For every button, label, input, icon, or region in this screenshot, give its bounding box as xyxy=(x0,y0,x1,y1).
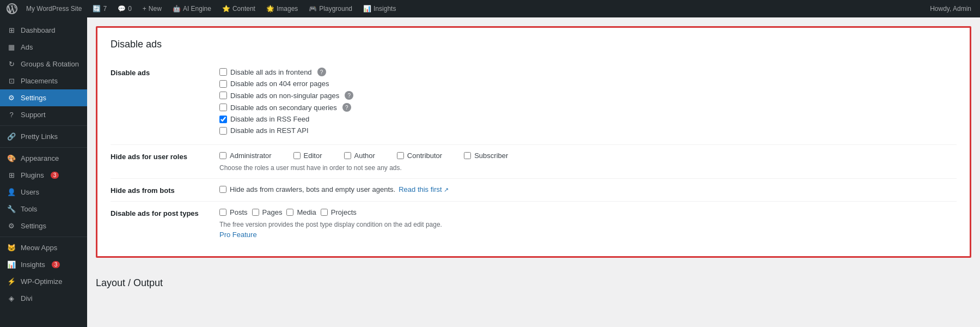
checkbox-posts[interactable] xyxy=(219,209,226,216)
comments-icon: 💬 xyxy=(118,5,126,13)
support-icon: ? xyxy=(7,111,16,119)
read-first-link[interactable]: Read this first ↗ xyxy=(399,185,449,193)
images-item[interactable]: 🌟 Images xyxy=(262,0,302,17)
sidebar-item-groups-rotation[interactable]: ↻ Groups & Rotation xyxy=(0,56,87,72)
updates-item[interactable]: 🔄 7 xyxy=(88,0,111,17)
sidebar-label-groups: Groups & Rotation xyxy=(21,60,79,68)
admin-bar: My WordPress Site 🔄 7 💬 0 + New 🤖 AI Eng… xyxy=(0,0,980,17)
pro-feature-link[interactable]: Pro Feature xyxy=(219,231,957,239)
sidebar-label-placements: Placements xyxy=(21,77,58,85)
checkbox-404[interactable] xyxy=(219,80,227,88)
disable-ads-section: Disable ads Disable ads Disable all ads … xyxy=(96,26,971,258)
user-roles-grid: Administrator Editor Author Contrib xyxy=(219,152,957,160)
hide-user-roles-row: Hide ads for user roles Administrator Ed… xyxy=(111,145,957,179)
sidebar-item-ads[interactable]: ▦ Ads xyxy=(0,39,87,56)
sidebar-item-divi[interactable]: ◈ Divi xyxy=(0,290,87,307)
sidebar-item-placements[interactable]: ⊡ Placements xyxy=(0,72,87,89)
checkbox-contributor[interactable] xyxy=(397,152,404,159)
checkbox-administrator[interactable] xyxy=(219,152,226,159)
updates-icon: 🔄 xyxy=(93,5,101,13)
playground-item[interactable]: 🎮 Playground xyxy=(304,0,357,17)
checkbox-label-nonsingular: Disable ads on non-singular pages xyxy=(230,92,339,100)
images-label: Images xyxy=(277,5,298,13)
sidebar-item-plugins[interactable]: ⊞ Plugins 3 xyxy=(0,167,87,184)
read-first-label: Read this first xyxy=(399,185,442,193)
sidebar-item-pretty-links[interactable]: 🔗 Pretty Links xyxy=(0,128,87,145)
post-type-item-pages: Pages xyxy=(252,208,283,216)
sidebar-item-users[interactable]: 👤 Users xyxy=(0,184,87,201)
sidebar-label-plugins: Plugins xyxy=(21,171,44,179)
sidebar-label-insights: Insights xyxy=(21,261,45,269)
ai-engine-label: AI Engine xyxy=(183,5,211,13)
tools-icon: 🔧 xyxy=(7,205,16,213)
hide-bots-label: Hide ads from bots xyxy=(111,185,219,195)
role-label-administrator: Administrator xyxy=(230,152,272,160)
playground-label: Playground xyxy=(319,5,352,13)
pro-feature-label: Pro Feature xyxy=(219,231,257,239)
help-icon-nonsingular[interactable]: ? xyxy=(345,91,353,100)
checkbox-frontend[interactable] xyxy=(219,68,227,76)
help-icon-secondary[interactable]: ? xyxy=(342,103,351,112)
sidebar-label-settings: Settings xyxy=(21,94,46,102)
checkbox-author[interactable] xyxy=(344,152,351,159)
post-types-grid: Posts Pages Media Projects xyxy=(219,208,957,216)
checkbox-subscriber[interactable] xyxy=(464,152,471,159)
sidebar-item-support[interactable]: ? Support xyxy=(0,106,87,123)
sidebar-label-wp-optimize: WP-Optimize xyxy=(21,277,63,286)
menu-separator-1 xyxy=(0,125,87,126)
content-item[interactable]: ⭐ Content xyxy=(218,0,260,17)
sidebar-label-ads: Ads xyxy=(21,43,33,51)
insights-item[interactable]: 📊 Insights xyxy=(359,0,400,17)
checkbox-rest[interactable] xyxy=(219,127,227,135)
checkbox-projects[interactable] xyxy=(321,209,328,216)
checkbox-pages[interactable] xyxy=(252,209,259,216)
checkbox-item-secondary: Disable ads on secondary queries ? xyxy=(219,103,957,112)
post-type-label-media: Media xyxy=(297,208,316,216)
role-label-contributor: Contributor xyxy=(407,152,442,160)
bots-label: Hide ads from crawlers, bots and empty u… xyxy=(230,185,395,193)
post-type-item-posts: Posts xyxy=(219,208,248,216)
roles-description: Choose the roles a user must have in ord… xyxy=(219,164,957,172)
help-icon-frontend[interactable]: ? xyxy=(317,68,326,76)
users-icon: 👤 xyxy=(7,188,16,196)
wp-logo[interactable] xyxy=(4,0,20,17)
content-label: Content xyxy=(232,5,255,13)
sidebar-item-tools[interactable]: 🔧 Tools xyxy=(0,201,87,217)
checkbox-secondary[interactable] xyxy=(219,104,227,111)
wp-optimize-icon: ⚡ xyxy=(7,277,16,286)
checkbox-bots[interactable] xyxy=(219,186,226,193)
site-name-item[interactable]: My WordPress Site xyxy=(22,0,86,17)
role-item-editor: Editor xyxy=(293,152,322,160)
sidebar-item-meow-apps[interactable]: 🐱 Meow Apps xyxy=(0,239,87,256)
sidebar-item-wp-optimize[interactable]: ⚡ WP-Optimize xyxy=(0,273,87,290)
images-icon: 🌟 xyxy=(266,5,274,13)
sidebar-item-appearance[interactable]: 🎨 Appearance xyxy=(0,150,87,167)
checkbox-media[interactable] xyxy=(286,209,293,216)
checkbox-editor[interactable] xyxy=(293,152,301,159)
bots-row-inner: Hide ads from crawlers, bots and empty u… xyxy=(219,185,957,193)
sidebar-label-dashboard: Dashboard xyxy=(21,26,56,34)
checkbox-item-frontend: Disable all ads in frontend ? xyxy=(219,68,957,76)
sidebar-label-users: Users xyxy=(21,188,39,196)
meow-apps-icon: 🐱 xyxy=(7,244,16,252)
ai-engine-item[interactable]: 🤖 AI Engine xyxy=(168,0,216,17)
checkbox-nonsingular[interactable] xyxy=(219,92,227,99)
divi-icon: ◈ xyxy=(7,294,16,302)
sidebar-item-dashboard[interactable]: ⊞ Dashboard xyxy=(0,22,87,39)
new-item[interactable]: + New xyxy=(138,0,166,17)
sidebar-item-insights[interactable]: 📊 Insights 3 xyxy=(0,256,87,273)
layout-output-section: Layout / Output xyxy=(96,269,971,298)
checkbox-rss[interactable] xyxy=(219,116,227,123)
sidebar-item-settings[interactable]: ⚙ Settings xyxy=(0,89,87,106)
disable-ads-label: Disable ads xyxy=(111,68,219,77)
updates-count: 7 xyxy=(103,5,107,13)
settings-icon: ⚙ xyxy=(7,94,16,102)
sidebar-item-settings2[interactable]: ⚙ Settings xyxy=(0,217,87,234)
pretty-links-icon: 🔗 xyxy=(7,132,16,141)
disable-post-types-row: Disable ads for post types Posts Pages xyxy=(111,202,957,245)
checkbox-label-frontend: Disable all ads in frontend xyxy=(230,68,312,76)
site-name: My WordPress Site xyxy=(26,5,82,13)
checkbox-label-rest: Disable ads in REST API xyxy=(230,126,309,135)
checkbox-label-secondary: Disable ads on secondary queries xyxy=(230,104,337,112)
comments-item[interactable]: 💬 0 xyxy=(113,0,136,17)
